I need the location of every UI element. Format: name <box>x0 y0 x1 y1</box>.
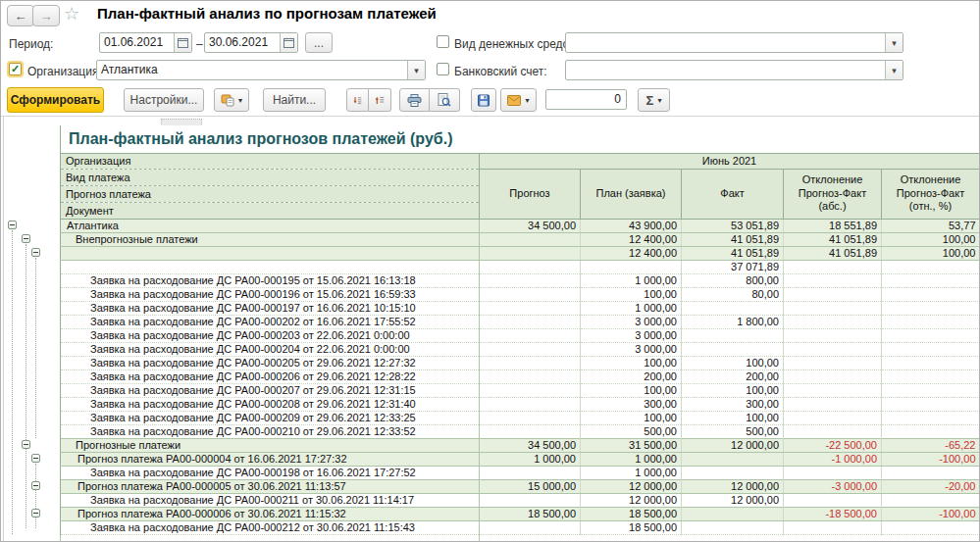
bank-account-combo[interactable]: ▾ <box>565 60 903 80</box>
save-button[interactable] <box>471 88 496 112</box>
cell-value: 41 051,89 <box>784 232 882 246</box>
cell-value: -22 500,00 <box>784 438 882 452</box>
table-row[interactable]: Внепрогнозные платежи12 400,0041 051,894… <box>61 232 980 246</box>
table-row[interactable]: Заявка на расходование ДС РА00-000212 от… <box>61 520 980 534</box>
selected-cells-counter[interactable]: 0 <box>545 89 627 110</box>
row-label <box>61 260 480 273</box>
cell-value: 800,00 <box>682 273 784 287</box>
tree-connector-line <box>26 244 26 528</box>
collapse-group-button[interactable] <box>22 440 30 449</box>
table-row[interactable]: Заявка на расходование ДС РА00-000202 от… <box>61 315 980 328</box>
period-to-input[interactable]: 30.06.2021 <box>204 32 298 53</box>
table-row[interactable]: Заявка на расходование ДС РА00-000208 от… <box>61 397 980 411</box>
table-row[interactable]: Атлантика34 500,0043 900,0053 051,8918 5… <box>61 219 980 232</box>
table-row[interactable]: Заявка на расходование ДС РА00-000203 от… <box>61 328 980 342</box>
period-more-button[interactable]: ... <box>305 32 333 53</box>
period-label: Период: <box>9 37 53 51</box>
cell-value: 100,00 <box>682 411 784 424</box>
cell-value <box>682 301 784 315</box>
table-row[interactable]: Заявка на расходование ДС РА00-000198 от… <box>61 466 980 479</box>
cell-value <box>882 466 980 479</box>
print-preview-button[interactable] <box>430 88 460 112</box>
calendar-icon[interactable] <box>174 33 191 52</box>
collapse-group-button[interactable] <box>31 454 40 463</box>
cell-value: 18 500,00 <box>581 507 682 520</box>
table-row[interactable]: 37 071,89 <box>61 260 980 273</box>
cell-value: 1 000,00 <box>581 452 682 466</box>
settings-button[interactable]: Настройки... <box>124 88 204 112</box>
sum-button[interactable]: Σ ▾ <box>638 88 670 112</box>
table-row[interactable]: Заявка на расходование ДС РА00-000206 от… <box>61 370 980 383</box>
back-button[interactable]: ← <box>7 5 34 26</box>
cell-value <box>784 260 882 273</box>
table-row[interactable]: Прогноз платежа РА00-000006 от 30.06.202… <box>61 507 980 520</box>
collapse-groups-button[interactable] <box>369 88 391 112</box>
column-header-deviation-rel: Отклонение Прогноз-Факт (отн., %) <box>882 169 980 219</box>
app-window: ← → ☆ План-фактный анализ по прогнозам п… <box>0 0 980 542</box>
expand-groups-button[interactable] <box>346 88 369 112</box>
row-label: Прогноз платежа РА00-000005 от 30.06.202… <box>61 479 480 493</box>
cash-type-combo[interactable]: ▾ <box>565 32 903 53</box>
collapse-group-button[interactable] <box>8 221 17 229</box>
chevron-down-icon[interactable]: ▾ <box>885 61 903 79</box>
cash-type-checkbox[interactable] <box>437 35 449 48</box>
chevron-down-icon[interactable]: ▾ <box>885 33 903 52</box>
collapse-group-button[interactable] <box>31 248 40 257</box>
grid-line-extension <box>479 534 480 541</box>
table-row[interactable]: Прогноз платежа РА00-000005 от 30.06.202… <box>61 479 980 493</box>
cell-value: 53,77 <box>882 219 980 232</box>
bank-account-checkbox[interactable] <box>437 63 449 75</box>
cell-value <box>784 315 882 328</box>
organization-checkbox[interactable]: ✓ <box>9 63 22 75</box>
report-area: План-фактный анализ прогнозов платежей (… <box>1 116 979 541</box>
cell-value <box>882 493 980 507</box>
cell-value: 18 500,00 <box>581 520 682 534</box>
cell-value: 34 500,00 <box>480 438 581 452</box>
table-row[interactable]: Заявка на расходование ДС РА00-000196 от… <box>61 287 980 301</box>
period-from-input[interactable]: 01.06.2021 <box>99 32 192 53</box>
collapse-group-button[interactable] <box>22 234 30 243</box>
table-row[interactable]: Заявка на расходование ДС РА00-000211 от… <box>61 493 980 507</box>
cell-value <box>480 260 581 273</box>
cell-value: 12 000,00 <box>682 438 784 452</box>
cell-value: 300,00 <box>682 397 784 411</box>
table-row[interactable]: Заявка на расходование ДС РА00-000205 от… <box>61 356 980 370</box>
print-button[interactable] <box>399 88 430 112</box>
table-row[interactable]: Заявка на расходование ДС РА00-000195 от… <box>61 273 980 287</box>
minus-icon <box>24 238 28 239</box>
table-row[interactable]: Прогнозные платежи34 500,0031 500,0012 0… <box>61 438 980 452</box>
table-row[interactable]: 12 400,0041 051,8941 051,89100,00 <box>61 246 980 260</box>
cell-value <box>480 287 581 301</box>
report-rows: Атлантика34 500,0043 900,0053 051,8918 5… <box>61 219 980 534</box>
row-label: Заявка на расходование ДС РА00-000195 от… <box>61 273 480 287</box>
table-row[interactable]: Заявка на расходование ДС РА00-000197 от… <box>61 301 980 315</box>
cell-value <box>480 370 581 383</box>
table-row[interactable]: Заявка на расходование ДС РА00-000210 от… <box>61 424 980 438</box>
calendar-icon[interactable] <box>280 33 297 52</box>
chevron-down-icon[interactable]: ▾ <box>407 61 425 79</box>
table-row[interactable]: Прогноз платежа РА00-000004 от 16.06.202… <box>61 452 980 466</box>
organization-combo[interactable]: Атлантика ▾ <box>96 60 426 80</box>
tree-connector-line <box>35 258 36 438</box>
print-icon <box>407 94 422 107</box>
cell-value: 100,00 <box>581 287 682 301</box>
cell-value: 300,00 <box>581 397 682 411</box>
collapse-group-button[interactable] <box>31 481 40 490</box>
send-mail-button[interactable]: ▾ <box>500 88 537 112</box>
collapse-group-button[interactable] <box>31 509 40 517</box>
forward-button[interactable]: → <box>32 5 60 26</box>
cell-value <box>480 328 581 342</box>
find-button[interactable]: Найти... <box>263 88 326 112</box>
report-variants-button[interactable]: ▾ <box>214 88 249 112</box>
minus-icon <box>33 513 38 514</box>
favorite-star-icon[interactable]: ☆ <box>64 4 79 24</box>
cell-value: 1 000,00 <box>581 273 682 287</box>
cell-value: -1 000,00 <box>784 452 882 466</box>
cell-value <box>784 424 882 438</box>
generate-button[interactable]: Сформировать <box>7 87 104 113</box>
table-row[interactable]: Заявка на расходование ДС РА00-000207 от… <box>61 383 980 397</box>
period-from-value: 01.06.2021 <box>100 33 174 52</box>
table-row[interactable]: Заявка на расходование ДС РА00-000209 от… <box>61 411 980 424</box>
row-label: Заявка на расходование ДС РА00-000209 от… <box>61 411 480 424</box>
table-row[interactable]: Заявка на расходование ДС РА00-000204 от… <box>61 342 980 356</box>
